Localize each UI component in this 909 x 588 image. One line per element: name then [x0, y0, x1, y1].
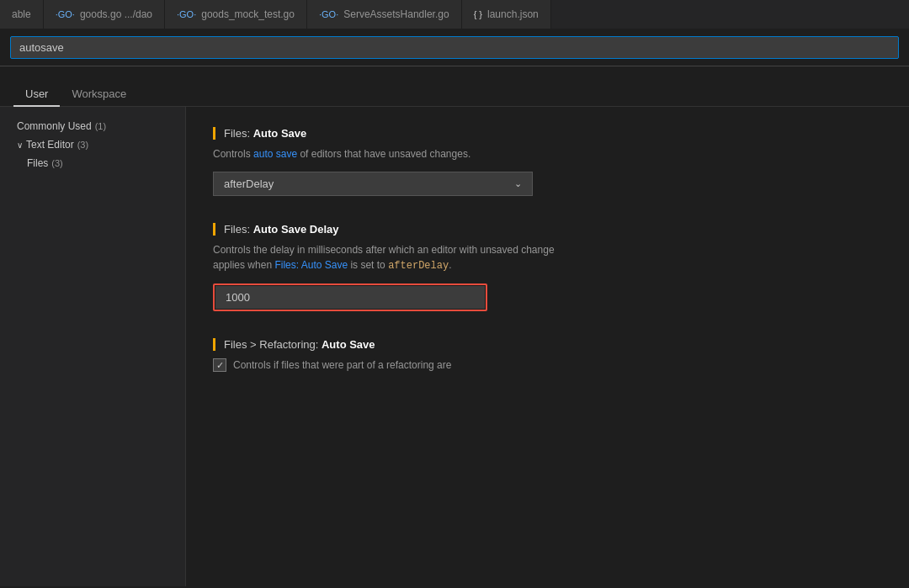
- files-label: Files: [27, 157, 48, 169]
- auto-save-title-prefix: Files:: [224, 127, 253, 140]
- commonly-used-count: (1): [95, 121, 106, 131]
- tab-able[interactable]: able: [0, 0, 44, 29]
- auto-save-dropdown-value: afterDelay: [224, 177, 274, 190]
- afterdelay-code: afterDelay: [388, 260, 449, 272]
- tab-goods-mock[interactable]: ·GO· goods_mock_test.go: [165, 0, 307, 29]
- tab-goods-go-label: goods.go .../dao: [80, 8, 152, 20]
- auto-save-link[interactable]: auto save: [253, 148, 297, 160]
- sidebar-item-text-editor[interactable]: ∨ Text Editor (3): [0, 135, 185, 154]
- auto-save-title: Files: Auto Save: [213, 127, 882, 140]
- setting-auto-save: Files: Auto Save Controls auto save of e…: [213, 127, 882, 196]
- tab-able-label: able: [12, 8, 31, 20]
- go-icon-1: ·GO·: [56, 9, 75, 19]
- auto-save-delay-input[interactable]: [215, 286, 485, 309]
- refactoring-auto-save-title: Files > Refactoring: Auto Save: [213, 338, 882, 351]
- auto-save-delay-title: Files: Auto Save Delay: [213, 223, 882, 236]
- search-bar: autosave: [0, 29, 909, 66]
- auto-save-delay-link[interactable]: Files: Auto Save: [274, 259, 348, 271]
- commonly-used-label: Commonly Used: [17, 120, 92, 132]
- go-icon-3: ·GO·: [319, 9, 338, 19]
- auto-save-delay-desc: Controls the delay in milliseconds after…: [213, 242, 882, 273]
- search-input[interactable]: autosave: [10, 36, 899, 59]
- check-icon: ✓: [216, 360, 224, 371]
- refactoring-checkbox[interactable]: ✓: [213, 358, 226, 372]
- tab-user[interactable]: User: [13, 82, 60, 107]
- tab-bar: able ·GO· goods.go .../dao ·GO· goods_mo…: [0, 0, 909, 29]
- main-layout: Commonly Used (1) ∨ Text Editor (3) File…: [0, 107, 909, 586]
- refactoring-title-prefix: Files > Refactoring:: [224, 338, 322, 351]
- refactoring-checkbox-row: ✓ Controls if files that were part of a …: [213, 358, 882, 373]
- text-editor-count: (3): [77, 140, 88, 150]
- setting-refactoring-auto-save: Files > Refactoring: Auto Save ✓ Control…: [213, 338, 882, 373]
- auto-save-title-bold: Auto Save: [253, 127, 307, 140]
- tab-launch-json[interactable]: { } launch.json: [462, 0, 551, 29]
- auto-save-delay-title-prefix: Files:: [224, 223, 253, 236]
- braces-icon: { }: [474, 9, 482, 19]
- tab-serve-assets-label: ServeAssetsHandler.go: [343, 8, 449, 20]
- auto-save-desc: Controls auto save of editors that have …: [213, 146, 882, 162]
- sidebar: Commonly Used (1) ∨ Text Editor (3) File…: [0, 107, 185, 586]
- tab-serve-assets[interactable]: ·GO· ServeAssetsHandler.go: [307, 0, 462, 29]
- refactoring-checkbox-section: ✓ Controls if files that were part of a …: [213, 358, 882, 373]
- auto-save-delay-input-wrapper: [213, 283, 487, 311]
- settings-tabs-bar: User Workspace: [0, 66, 909, 107]
- tab-launch-json-label: launch.json: [487, 8, 539, 20]
- auto-save-dropdown[interactable]: afterDelay ⌄: [213, 172, 533, 196]
- files-count: (3): [51, 158, 62, 168]
- tab-workspace[interactable]: Workspace: [60, 82, 138, 107]
- setting-auto-save-delay: Files: Auto Save Delay Controls the dela…: [213, 223, 882, 311]
- text-editor-label: Text Editor: [26, 139, 74, 151]
- sidebar-item-files[interactable]: Files (3): [0, 154, 185, 172]
- chevron-down-icon: ∨: [17, 140, 23, 150]
- settings-content: Files: Auto Save Controls auto save of e…: [186, 107, 909, 586]
- go-icon-2: ·GO·: [177, 9, 196, 19]
- tab-goods-mock-label: goods_mock_test.go: [201, 8, 295, 20]
- dropdown-arrow-icon: ⌄: [514, 178, 522, 189]
- sidebar-item-commonly-used[interactable]: Commonly Used (1): [0, 117, 185, 135]
- auto-save-delay-title-bold: Auto Save Delay: [253, 223, 339, 236]
- refactoring-title-bold: Auto Save: [322, 338, 375, 351]
- tab-goods-go[interactable]: ·GO· goods.go .../dao: [44, 0, 165, 29]
- refactoring-checkbox-label: Controls if files that were part of a re…: [233, 358, 451, 373]
